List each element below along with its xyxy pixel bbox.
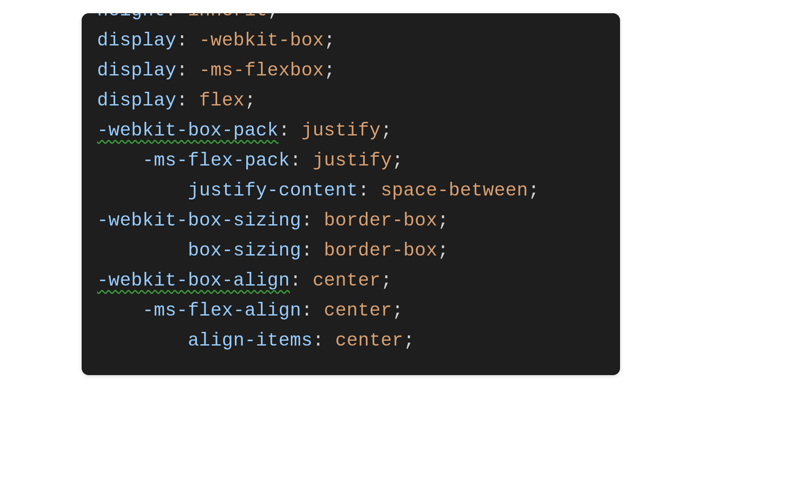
css-value: border-box (324, 210, 437, 231)
semicolon: ; (528, 180, 540, 201)
code-line[interactable]: -webkit-box-sizing: border-box; (97, 206, 620, 236)
css-value: space-between (381, 180, 528, 201)
css-property: height (97, 13, 165, 21)
code-line[interactable]: align-items: center; (97, 326, 620, 356)
code-line[interactable]: height: inherit; (97, 13, 620, 26)
code-line[interactable]: display: -webkit-box; (97, 26, 620, 56)
css-property: -ms-flex-pack (143, 150, 290, 171)
css-value: -ms-flexbox (199, 60, 324, 81)
semicolon: ; (392, 150, 403, 171)
semicolon: ; (267, 13, 279, 21)
semicolon: ; (324, 30, 335, 51)
css-value: -webkit-box (199, 30, 324, 51)
semicolon: ; (381, 120, 392, 141)
colon: : (312, 330, 335, 351)
semicolon: ; (437, 240, 449, 261)
semicolon: ; (244, 90, 256, 111)
code-line[interactable]: box-sizing: border-box; (97, 236, 620, 266)
code-content[interactable]: height: inherit;display: -webkit-box;dis… (82, 13, 620, 356)
css-value: inherit (188, 13, 267, 21)
css-value: center (312, 270, 380, 291)
indent-guide (97, 240, 188, 261)
css-property: -webkit-box-sizing (97, 210, 301, 231)
colon: : (301, 210, 324, 231)
css-property: display (97, 60, 177, 81)
code-line[interactable]: -ms-flex-pack: justify; (97, 146, 620, 176)
css-property: -webkit-box-pack (97, 120, 278, 141)
code-line[interactable]: -ms-flex-align: center; (97, 296, 620, 326)
colon: : (358, 180, 380, 201)
semicolon: ; (392, 300, 403, 321)
css-value: border-box (324, 240, 437, 261)
code-editor-panel[interactable]: height: inherit;display: -webkit-box;dis… (82, 13, 620, 375)
indent-guide (97, 330, 188, 351)
colon: : (290, 150, 312, 171)
colon: : (278, 120, 301, 141)
code-line[interactable]: justify-content: space-between; (97, 176, 620, 206)
colon: : (290, 270, 312, 291)
css-value: flex (199, 90, 244, 111)
indent-guide (97, 180, 188, 201)
semicolon: ; (324, 60, 335, 81)
css-property: -ms-flex-align (143, 300, 301, 321)
css-value: justify (312, 150, 392, 171)
css-property: display (97, 90, 177, 111)
css-property: display (97, 30, 177, 51)
semicolon: ; (437, 210, 449, 231)
code-line[interactable]: -webkit-box-align: center; (97, 266, 620, 296)
css-property: align-items (188, 330, 313, 351)
code-line[interactable]: display: flex; (97, 86, 620, 116)
colon: : (301, 300, 324, 321)
css-value: center (335, 330, 403, 351)
semicolon: ; (381, 270, 392, 291)
colon: : (177, 60, 199, 81)
css-property: justify-content (188, 180, 358, 201)
indent-guide (97, 300, 143, 321)
code-line[interactable]: display: -ms-flexbox; (97, 56, 620, 86)
indent-guide (97, 150, 143, 171)
colon: : (177, 90, 199, 111)
css-value: justify (301, 120, 381, 141)
colon: : (301, 240, 324, 261)
css-value: center (324, 300, 392, 321)
colon: : (165, 13, 188, 21)
css-property: -webkit-box-align (97, 270, 290, 291)
css-property: box-sizing (188, 240, 301, 261)
semicolon: ; (403, 330, 415, 351)
colon: : (177, 30, 199, 51)
code-line[interactable]: -webkit-box-pack: justify; (97, 116, 620, 146)
